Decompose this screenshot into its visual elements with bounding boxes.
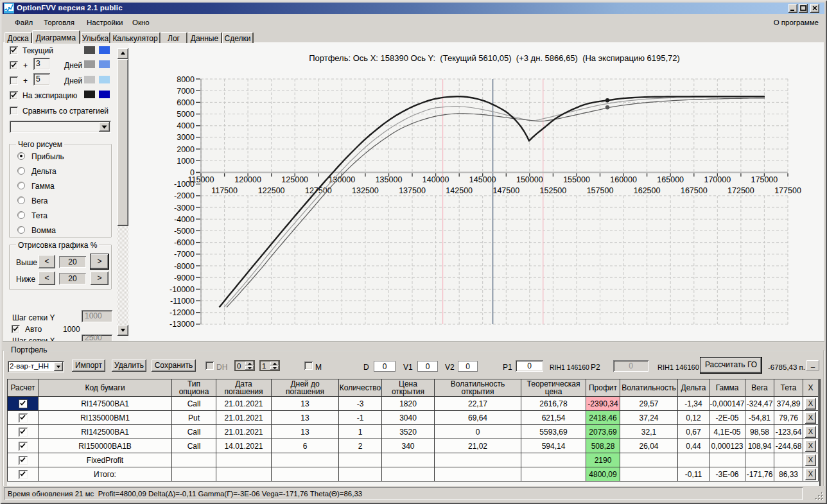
svg-text:135000: 135000 [376, 175, 403, 184]
svg-text:-12000: -12000 [170, 308, 195, 317]
svg-text:8000: 8000 [177, 75, 195, 84]
svg-text:2000: 2000 [177, 145, 195, 154]
svg-text:3000: 3000 [177, 133, 195, 142]
svg-text:-3000: -3000 [174, 204, 195, 213]
svg-text:6000: 6000 [177, 98, 195, 107]
svg-text:-6000: -6000 [174, 238, 195, 247]
svg-text:130000: 130000 [329, 175, 356, 184]
svg-text:150000: 150000 [516, 175, 543, 184]
svg-text:117500: 117500 [211, 186, 238, 195]
svg-text:177500: 177500 [774, 186, 801, 195]
svg-text:147500: 147500 [492, 186, 519, 195]
svg-text:-11000: -11000 [170, 297, 195, 306]
svg-text:160000: 160000 [610, 175, 637, 184]
svg-text:157500: 157500 [587, 186, 614, 195]
svg-text:1000: 1000 [177, 157, 195, 166]
svg-text:7000: 7000 [177, 87, 195, 96]
svg-text:-4000: -4000 [174, 215, 195, 224]
svg-text:-10000: -10000 [170, 285, 195, 294]
svg-text:140000: 140000 [422, 175, 449, 184]
svg-text:4000: 4000 [177, 121, 195, 130]
svg-text:5000: 5000 [177, 110, 195, 119]
svg-text:-2000: -2000 [174, 191, 195, 200]
svg-text:142500: 142500 [446, 186, 473, 195]
svg-text:115000: 115000 [188, 175, 214, 184]
svg-text:120000: 120000 [234, 175, 261, 184]
svg-text:122500: 122500 [258, 186, 285, 195]
svg-text:152500: 152500 [540, 186, 567, 195]
svg-text:-8000: -8000 [174, 262, 195, 271]
svg-text:167500: 167500 [681, 186, 708, 195]
svg-text:-5000: -5000 [174, 227, 195, 236]
svg-text:175000: 175000 [751, 175, 778, 184]
svg-text:170000: 170000 [704, 175, 731, 184]
svg-text:-7000: -7000 [174, 250, 195, 259]
svg-text:165000: 165000 [657, 175, 684, 184]
svg-text:162500: 162500 [634, 186, 661, 195]
svg-text:172500: 172500 [727, 186, 754, 195]
svg-text:155000: 155000 [563, 175, 590, 184]
svg-text:125000: 125000 [281, 175, 308, 184]
svg-text:137500: 137500 [399, 186, 426, 195]
svg-text:-13000: -13000 [170, 320, 195, 329]
svg-text:145000: 145000 [469, 175, 496, 184]
svg-text:-9000: -9000 [174, 274, 195, 282]
svg-text:132500: 132500 [352, 186, 379, 195]
